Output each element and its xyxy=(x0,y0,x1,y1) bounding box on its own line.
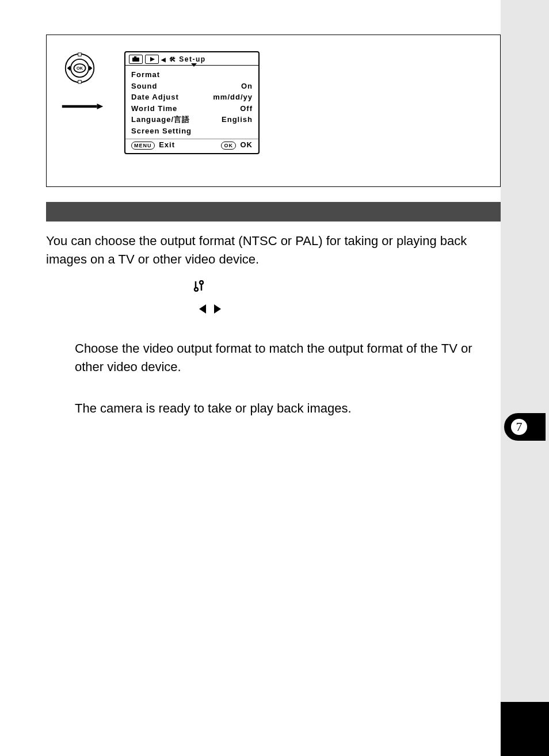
lcd-label: Sound xyxy=(131,81,157,92)
camera-lcd-mock: ◀ 🛠 Set-up Format SoundOn Date Adjustmm/… xyxy=(124,51,260,154)
lcd-value: English xyxy=(222,114,253,125)
svg-text:OK: OK xyxy=(77,66,83,71)
wrench-slider-icon xyxy=(193,280,204,292)
left-triangle-small-icon: ◀ xyxy=(161,56,166,63)
wrench-icon: 🛠 xyxy=(169,56,177,63)
lcd-label: Date Adjust xyxy=(131,91,179,103)
lcd-footer-exit: Exit xyxy=(159,140,175,149)
camera-tab-icon xyxy=(129,55,143,64)
lcd-label: Format xyxy=(131,69,160,81)
lcd-row-screen-setting: Screen Setting xyxy=(131,125,253,137)
lcd-row-format: Format xyxy=(131,69,253,81)
lcd-tab-header: ◀ 🛠 Set-up xyxy=(125,52,258,66)
lcd-row-language: Language/言語English xyxy=(131,114,253,125)
lcd-menu-list: Format SoundOn Date Adjustmm/dd/yy World… xyxy=(125,66,258,139)
section-heading-bar xyxy=(46,202,501,222)
svg-rect-11 xyxy=(134,56,136,58)
lcd-title: 🛠 Set-up xyxy=(168,55,255,63)
lcd-label: Screen Setting xyxy=(131,125,192,137)
svg-rect-7 xyxy=(78,81,82,84)
illustration-panel: OK ◀ 🛠 xyxy=(46,35,501,187)
lcd-row-world-time: World TimeOff xyxy=(131,103,253,114)
lcd-value: On xyxy=(241,81,253,92)
svg-rect-10 xyxy=(132,58,139,62)
lcd-row-date-adjust: Date Adjustmm/dd/yy xyxy=(131,91,253,103)
lcd-label: World Time xyxy=(131,103,177,114)
playback-tab-icon xyxy=(145,55,159,64)
chapter-number-badge: 7 xyxy=(510,418,528,436)
lcd-label: Language/言語 xyxy=(131,114,190,125)
step-text-2: The camera is ready to take or play back… xyxy=(75,399,501,418)
triangle-left-icon xyxy=(199,304,206,314)
intro-paragraph: You can choose the output format (NTSC o… xyxy=(46,232,501,269)
four-way-controller-icon: OK xyxy=(64,52,96,84)
step-text-1: Choose the video output format to match … xyxy=(75,339,501,376)
chapter-side-tab: 7 xyxy=(504,413,546,441)
arrow-right-icon xyxy=(55,101,110,107)
ok-pill-icon: OK xyxy=(221,142,236,150)
tools-icon-row xyxy=(46,280,501,294)
svg-marker-12 xyxy=(150,57,155,62)
right-margin-column xyxy=(501,0,549,756)
lcd-value: mm/dd/yy xyxy=(213,91,253,103)
menu-pill-icon: MENU xyxy=(131,142,155,150)
svg-marker-9 xyxy=(97,104,104,109)
lcd-footer-ok: OK xyxy=(241,140,253,149)
svg-rect-6 xyxy=(78,53,82,56)
lcd-footer: MENU Exit OK OK xyxy=(125,139,258,153)
svg-marker-5 xyxy=(89,66,93,71)
left-right-arrows-row xyxy=(46,304,501,316)
lcd-row-sound: SoundOn xyxy=(131,81,253,92)
lcd-value: Off xyxy=(240,103,253,114)
svg-marker-4 xyxy=(67,66,71,71)
right-margin-bottom-block xyxy=(501,702,549,756)
triangle-right-icon xyxy=(214,304,221,314)
lcd-title-text: Set-up xyxy=(179,55,205,63)
